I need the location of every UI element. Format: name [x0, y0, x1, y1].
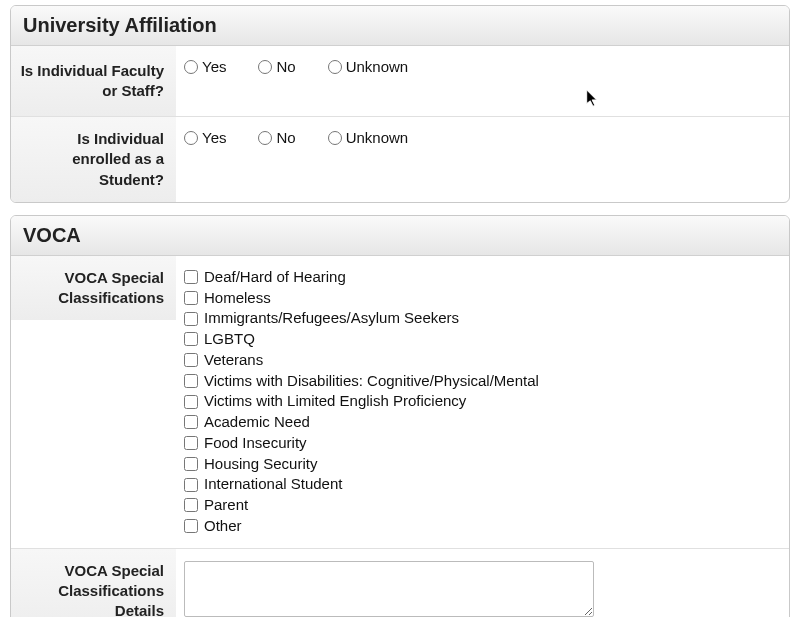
- voca-checkbox-9[interactable]: [184, 457, 198, 471]
- voca-panel: VOCA VOCA Special Classifications Deaf/H…: [10, 215, 790, 617]
- voca-classifications-label: VOCA Special Classifications: [11, 256, 176, 321]
- student-unknown-label: Unknown: [346, 129, 409, 146]
- student-yes-label: Yes: [202, 129, 226, 146]
- voca-checkbox-item: Veterans: [184, 351, 539, 370]
- voca-checkbox-item: Victims with Disabilities: Cognitive/Phy…: [184, 372, 539, 391]
- student-no-label: No: [276, 129, 295, 146]
- university-affiliation-panel: University Affiliation Is Individual Fac…: [10, 5, 790, 203]
- voca-details-textarea[interactable]: [184, 561, 594, 617]
- faculty-staff-row: Is Individual Faculty or Staff? Yes No U…: [11, 46, 789, 117]
- voca-checkbox-label: Immigrants/Refugees/Asylum Seekers: [204, 309, 459, 328]
- voca-checkbox-label: Housing Security: [204, 455, 317, 474]
- faculty-staff-unknown-radio[interactable]: [328, 60, 342, 74]
- voca-classifications-value: Deaf/Hard of HearingHomelessImmigrants/R…: [176, 256, 789, 548]
- voca-checkbox-item: Immigrants/Refugees/Asylum Seekers: [184, 309, 539, 328]
- student-unknown: Unknown: [328, 129, 409, 146]
- voca-title: VOCA: [11, 216, 789, 256]
- voca-checkbox-label: Academic Need: [204, 413, 310, 432]
- student-no: No: [258, 129, 295, 146]
- voca-checkbox-item: Victims with Limited English Proficiency: [184, 392, 539, 411]
- voca-classifications-row: VOCA Special Classifications Deaf/Hard o…: [11, 256, 789, 549]
- voca-checkbox-item: Parent: [184, 496, 539, 515]
- student-yes-radio[interactable]: [184, 131, 198, 145]
- faculty-staff-yes-radio[interactable]: [184, 60, 198, 74]
- faculty-staff-no-label: No: [276, 58, 295, 75]
- faculty-staff-unknown: Unknown: [328, 58, 409, 75]
- faculty-staff-yes: Yes: [184, 58, 226, 75]
- voca-checkbox-8[interactable]: [184, 436, 198, 450]
- student-label: Is Individual enrolled as a Student?: [11, 117, 176, 202]
- voca-checkbox-2[interactable]: [184, 312, 198, 326]
- voca-checkbox-item: Academic Need: [184, 413, 539, 432]
- voca-checkbox-label: LGBTQ: [204, 330, 255, 349]
- faculty-staff-no-radio[interactable]: [258, 60, 272, 74]
- voca-checkbox-11[interactable]: [184, 498, 198, 512]
- voca-checkbox-item: Homeless: [184, 289, 539, 308]
- faculty-staff-no: No: [258, 58, 295, 75]
- voca-checkbox-label: Victims with Limited English Proficiency: [204, 392, 466, 411]
- faculty-staff-label: Is Individual Faculty or Staff?: [11, 46, 176, 116]
- voca-checkbox-list: Deaf/Hard of HearingHomelessImmigrants/R…: [184, 268, 539, 536]
- voca-checkbox-label: Homeless: [204, 289, 271, 308]
- voca-checkbox-item: LGBTQ: [184, 330, 539, 349]
- university-affiliation-title: University Affiliation: [11, 6, 789, 46]
- voca-checkbox-4[interactable]: [184, 353, 198, 367]
- voca-details-label: VOCA Special Classifications Details: [11, 549, 176, 618]
- student-yes: Yes: [184, 129, 226, 146]
- voca-checkbox-label: Parent: [204, 496, 248, 515]
- faculty-staff-unknown-label: Unknown: [346, 58, 409, 75]
- voca-checkbox-label: International Student: [204, 475, 342, 494]
- voca-checkbox-item: Deaf/Hard of Hearing: [184, 268, 539, 287]
- voca-checkbox-label: Deaf/Hard of Hearing: [204, 268, 346, 287]
- voca-checkbox-5[interactable]: [184, 374, 198, 388]
- student-row: Is Individual enrolled as a Student? Yes…: [11, 117, 789, 202]
- voca-checkbox-0[interactable]: [184, 270, 198, 284]
- voca-checkbox-item: Food Insecurity: [184, 434, 539, 453]
- voca-checkbox-label: Veterans: [204, 351, 263, 370]
- voca-checkbox-6[interactable]: [184, 395, 198, 409]
- voca-checkbox-3[interactable]: [184, 332, 198, 346]
- faculty-staff-value: Yes No Unknown: [176, 46, 789, 87]
- faculty-staff-radio-group: Yes No Unknown: [184, 58, 408, 75]
- student-radio-group: Yes No Unknown: [184, 129, 408, 146]
- student-unknown-radio[interactable]: [328, 131, 342, 145]
- voca-checkbox-label: Victims with Disabilities: Cognitive/Phy…: [204, 372, 539, 391]
- voca-details-row: VOCA Special Classifications Details: [11, 549, 789, 618]
- voca-checkbox-1[interactable]: [184, 291, 198, 305]
- voca-checkbox-item: Housing Security: [184, 455, 539, 474]
- faculty-staff-yes-label: Yes: [202, 58, 226, 75]
- student-value: Yes No Unknown: [176, 117, 789, 158]
- voca-checkbox-item: Other: [184, 517, 539, 536]
- voca-checkbox-12[interactable]: [184, 519, 198, 533]
- student-no-radio[interactable]: [258, 131, 272, 145]
- voca-checkbox-7[interactable]: [184, 415, 198, 429]
- voca-details-value: [176, 549, 789, 618]
- voca-checkbox-10[interactable]: [184, 478, 198, 492]
- voca-checkbox-label: Other: [204, 517, 242, 536]
- voca-checkbox-item: International Student: [184, 475, 539, 494]
- voca-checkbox-label: Food Insecurity: [204, 434, 307, 453]
